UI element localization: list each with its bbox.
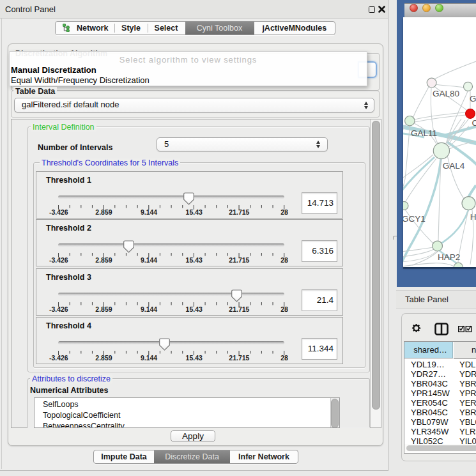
svg-text:GAL11: GAL11: [411, 128, 437, 138]
svg-text:GCY1: GCY1: [403, 214, 426, 224]
svg-text:GAL4: GAL4: [443, 161, 465, 171]
svg-text:GA: GA: [470, 94, 476, 104]
svg-text:GAL80: GAL80: [433, 89, 459, 98]
svg-text:HAP2: HAP2: [438, 252, 460, 262]
svg-text:H: H: [470, 212, 476, 222]
svg-text:C: C: [472, 118, 476, 128]
